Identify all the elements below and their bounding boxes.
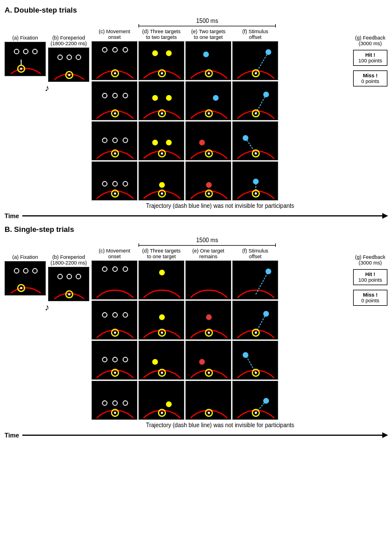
trajectory-note-b: Trajectory (dash blue line) was not invi… [92,422,349,428]
svg-af4 [233,162,279,201]
svg-point-84 [102,267,107,271]
fixation-label-a: (a) Fixation [12,35,38,41]
svg-ad4 [139,162,185,201]
svg-point-133 [255,412,257,414]
svg-point-54 [208,152,210,155]
svg-point-43 [102,138,107,143]
svg-point-97 [161,332,163,334]
foreperiod-label-b: (b) Foreperiod (1800-2200 ms) [50,254,87,266]
svg-point-28 [113,93,117,98]
svg-point-71 [253,179,259,184]
panel-bc3 [92,341,137,380]
fixation-panel-a: (a) Fixation [5,35,46,76]
svg-bc1 [92,261,138,300]
svg-point-121 [113,401,117,405]
miss-box-b: Miss ! 0 points [353,290,387,306]
panel-ad4 [138,161,184,200]
arrow-line-a [22,215,387,216]
svg-bf1 [233,261,279,300]
svg-af3 [233,122,279,161]
svg-point-94 [114,332,116,334]
svg-point-13 [123,48,128,52]
miss-box-a: Miss ! 0 points [353,70,387,86]
panel-af4 [232,161,278,200]
time-label-a: Time [5,212,19,219]
panel-ae1 [185,41,231,80]
svg-point-61 [123,182,128,186]
svg-point-78 [20,287,22,289]
svg-point-24 [266,49,271,55]
section-b: B. Single-step trials (a) Fixation [5,225,387,439]
svg-point-81 [76,274,81,279]
hit-box-b: Hit ! 100 points [353,269,387,285]
svg-point-2 [33,49,37,54]
fixation-screen-a [5,42,46,76]
panel-ac1 [92,41,137,80]
svg-bf4 [233,381,279,420]
svg-point-129 [208,412,210,414]
col-d-header-a: (d) Three targets to two targets [138,29,184,40]
svg-point-42 [255,112,257,115]
svg-bc4 [92,381,138,420]
panel-af2 [232,81,278,120]
left-pair-b: (a) Fixation [5,254,89,301]
svg-point-38 [208,112,210,115]
svg-ad2 [139,82,185,121]
svg-point-104 [255,332,257,334]
svg-point-66 [161,192,163,195]
panel-bf3 [232,341,278,380]
panel-bd4 [138,381,184,420]
svg-point-113 [199,359,205,365]
svg-point-95 [159,314,165,320]
miss-label-a: Miss ! [357,73,383,78]
panel-be1 [185,261,231,299]
panel-ac4 [92,161,137,200]
trial-layout-a: (a) Fixation [5,18,387,210]
section-b-title: B. Single-step trials [5,225,387,234]
panel-bd3 [138,341,184,380]
svg-ad1 [139,42,185,81]
panel-bf1 [232,261,278,299]
bracket-area-a: 1500 ms [92,18,349,27]
col-f-header-b: (f) Stimulus offset [232,248,278,259]
panel-af1 [232,41,278,80]
time-arrow-b: Time [5,432,387,439]
svg-point-47 [114,152,116,155]
svg-ac2 [92,82,138,121]
svg-point-4 [20,68,22,70]
svg-point-131 [263,398,269,404]
svg-point-6 [58,55,62,60]
col-d-header-b: (d) Three targets to one target [138,248,184,259]
svg-ae3 [186,122,232,161]
grid-row-b3 [92,341,349,380]
feedback-label-b: (g) Feedback (3000 ms) [353,254,387,266]
miss-label-b: Miss ! [357,292,383,298]
panel-bf4 [232,381,278,420]
trial-layout-b: (a) Fixation [5,237,387,429]
music-note-a: ♪ [45,83,49,93]
trajectory-note-a: Trajectory (dash blue line) was not invi… [92,203,349,209]
svg-point-52 [199,140,205,145]
svg-be2 [186,301,232,340]
svg-point-8 [76,55,81,60]
svg-point-98 [206,314,212,320]
svg-point-86 [123,267,128,271]
feedback-label-a: (g) Feedback (3000 ms) [353,35,387,46]
panel-ae4 [185,161,231,200]
svg-point-19 [161,72,163,74]
grid-row-b1 [92,261,349,299]
svg-bd3 [139,341,185,380]
foreperiod-svg-a [49,48,90,82]
svg-point-22 [208,72,210,74]
svg-af2 [233,82,279,121]
svg-point-49 [166,140,172,145]
svg-point-58 [255,152,257,155]
grid-row-a2 [92,81,349,120]
panel-bd1 [138,261,184,299]
svg-af1 [233,42,279,81]
svg-point-112 [161,372,163,374]
svg-point-17 [166,50,172,56]
svg-point-0 [14,49,19,54]
svg-bf3 [233,341,279,380]
svg-point-56 [243,135,248,141]
